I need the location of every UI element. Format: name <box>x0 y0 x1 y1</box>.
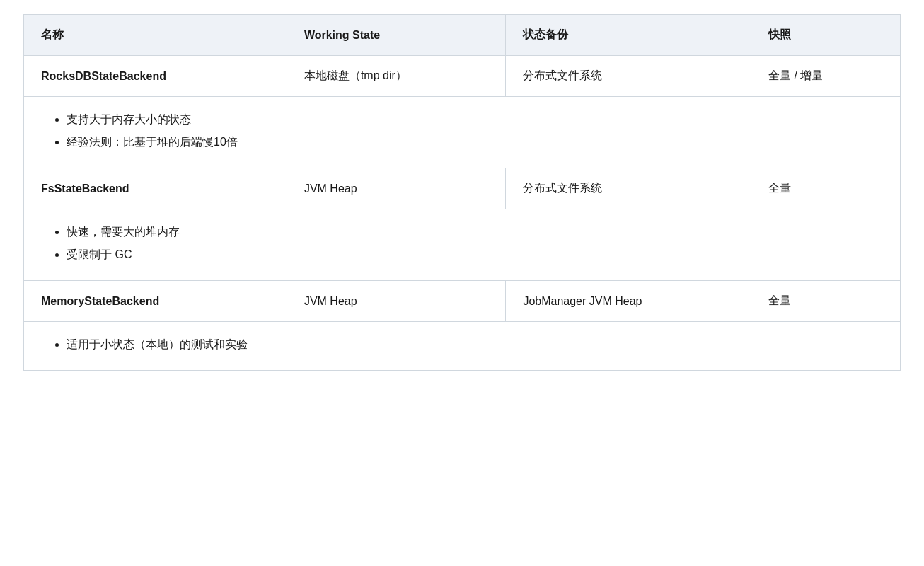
table-header-row: 名称 Working State 状态备份 快照 <box>24 15 900 56</box>
table-row: MemoryStateBackendJVM HeapJobManager JVM… <box>24 281 900 322</box>
detail-row: 快速，需要大的堆内存受限制于 GC <box>24 209 900 281</box>
snapshot-cell: 全量 <box>751 168 900 209</box>
detail-cell: 快速，需要大的堆内存受限制于 GC <box>24 209 900 281</box>
table-row: FsStateBackendJVM Heap分布式文件系统全量 <box>24 168 900 209</box>
list-item: 快速，需要大的堆内存 <box>67 221 883 243</box>
list-item: 受限制于 GC <box>67 243 883 266</box>
header-snapshot: 快照 <box>751 15 900 56</box>
header-working-state: Working State <box>287 15 506 56</box>
detail-row: 适用于小状态（本地）的测试和实验 <box>24 322 900 371</box>
backup-cell: 分布式文件系统 <box>506 56 751 97</box>
state-backend-table: 名称 Working State 状态备份 快照 RocksDBStateBac… <box>23 14 901 371</box>
list-item: 支持大于内存大小的状态 <box>67 108 883 131</box>
detail-row: 支持大于内存大小的状态经验法则：比基于堆的后端慢10倍 <box>24 97 900 168</box>
detail-cell: 支持大于内存大小的状态经验法则：比基于堆的后端慢10倍 <box>24 97 900 168</box>
header-name: 名称 <box>24 15 287 56</box>
backend-name: FsStateBackend <box>24 168 287 209</box>
backup-cell: 分布式文件系统 <box>506 168 751 209</box>
table-row: RocksDBStateBackend本地磁盘（tmp dir）分布式文件系统全… <box>24 56 900 97</box>
list-item: 经验法则：比基于堆的后端慢10倍 <box>67 131 883 154</box>
snapshot-cell: 全量 / 增量 <box>751 56 900 97</box>
list-item: 适用于小状态（本地）的测试和实验 <box>67 333 883 356</box>
working-state-cell: 本地磁盘（tmp dir） <box>287 56 506 97</box>
working-state-cell: JVM Heap <box>287 281 506 322</box>
snapshot-cell: 全量 <box>751 281 900 322</box>
detail-cell: 适用于小状态（本地）的测试和实验 <box>24 322 900 371</box>
backend-name: RocksDBStateBackend <box>24 56 287 97</box>
working-state-cell: JVM Heap <box>287 168 506 209</box>
backup-cell: JobManager JVM Heap <box>506 281 751 322</box>
header-backup: 状态备份 <box>506 15 751 56</box>
backend-name: MemoryStateBackend <box>24 281 287 322</box>
